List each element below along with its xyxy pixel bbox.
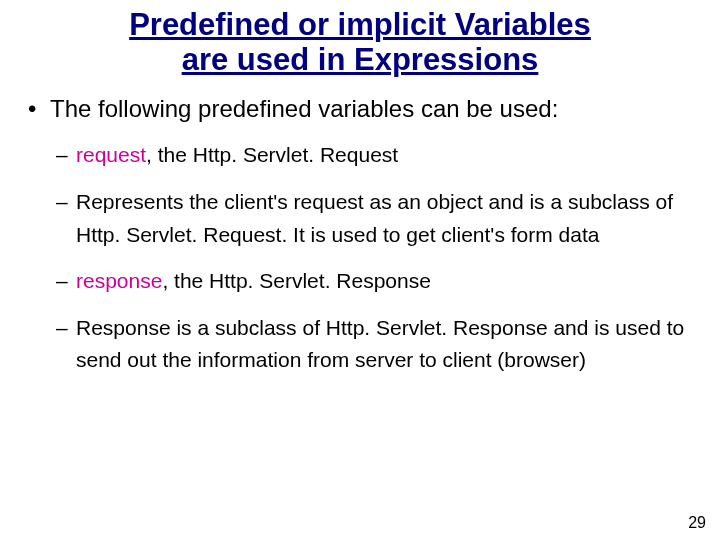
bullet-level2-request: request, the Http. Servlet. Request — [28, 139, 692, 172]
title-line-2: are used in Expressions — [182, 42, 539, 77]
bullet-level1: The following predefined variables can b… — [28, 95, 692, 123]
title-line-1: Predefined or implicit Variables — [129, 7, 591, 42]
bullet-level2-response-desc: Response is a subclass of Http. Servlet.… — [28, 312, 692, 377]
page-number: 29 — [688, 514, 706, 532]
slide: Predefined or implicit Variables are use… — [0, 0, 720, 540]
keyword-request: request — [76, 143, 146, 166]
bullet-level2-response: response, the Http. Servlet. Response — [28, 265, 692, 298]
keyword-response: response — [76, 269, 162, 292]
slide-body: The following predefined variables can b… — [0, 77, 720, 376]
bullet-level2-request-desc: Represents the client's request as an ob… — [28, 186, 692, 251]
text-request-desc: Represents the client's request as an ob… — [76, 190, 673, 246]
l1-text: The following predefined variables can b… — [50, 95, 558, 122]
text-response-desc: Response is a subclass of Http. Servlet.… — [76, 316, 684, 372]
text-after-response: , the Http. Servlet. Response — [162, 269, 430, 292]
text-after-request: , the Http. Servlet. Request — [146, 143, 398, 166]
slide-title: Predefined or implicit Variables are use… — [0, 0, 720, 77]
